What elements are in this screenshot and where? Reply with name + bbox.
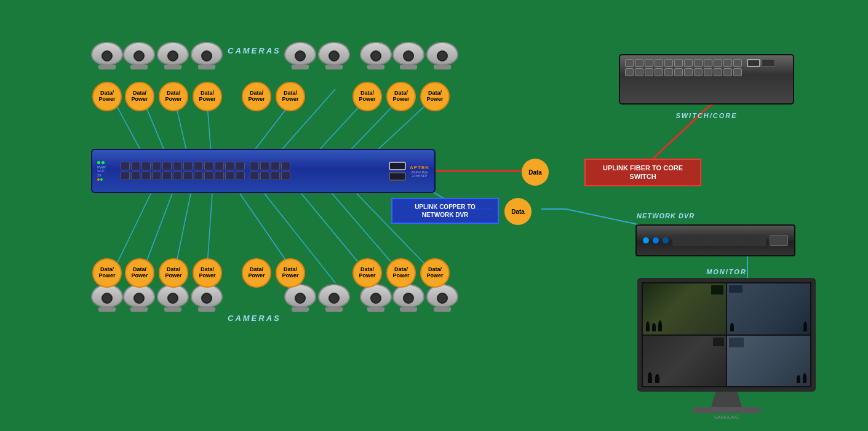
- camera-9: [426, 42, 458, 69]
- dp-badge-15: Data/Power: [276, 258, 305, 288]
- dp-badge-5: Data/Power: [242, 82, 271, 111]
- camera-17: [392, 284, 424, 312]
- data-badge-copper: Data: [504, 198, 532, 225]
- camera-14: [284, 284, 316, 312]
- dp-badge-7: Data/Power: [352, 82, 382, 111]
- camera-18: [426, 284, 458, 312]
- camera-12: [157, 284, 189, 312]
- uplink-fiber-text: UPLINK FIBER TO CORE SWITCH: [603, 164, 683, 180]
- camera-1: [91, 42, 123, 69]
- camera-5: [284, 42, 316, 69]
- uplink-copper-label: UPLINK COPPER TONETWORK DVR: [391, 198, 499, 224]
- camera-8: [392, 42, 424, 69]
- dp-badge-1: Data/Power: [92, 82, 122, 111]
- camera-11: [123, 284, 155, 312]
- monitor-container: MONITOR SAMSUNG: [637, 268, 816, 420]
- core-switch-label: SWITCH/CORE: [675, 112, 737, 119]
- camera-2: [123, 42, 155, 69]
- dp-badge-18: Data/Power: [420, 258, 450, 288]
- dp-badge-14: Data/Power: [242, 258, 271, 288]
- camera-10: [91, 284, 123, 312]
- poe-switch: PWRSFP29: [91, 149, 436, 193]
- camera-6: [318, 42, 350, 69]
- dp-badge-4: Data/Power: [193, 82, 222, 111]
- dvr-label: NETWORK DVR: [637, 212, 695, 219]
- uplink-fiber-label: UPLINK FIBER TO CORE SWITCH: [584, 159, 701, 186]
- monitor-screen: [637, 278, 816, 392]
- camera-15: [318, 284, 350, 312]
- monitor-label-text: MONITOR: [637, 268, 816, 275]
- dp-badge-9: Data/Power: [420, 82, 450, 111]
- bottom-cameras-label: CAMERAS: [228, 314, 281, 323]
- dp-badge-16: Data/Power: [352, 258, 382, 288]
- camera-4: [191, 42, 223, 69]
- dp-badge-2: Data/Power: [125, 82, 154, 111]
- dp-badge-3: Data/Power: [159, 82, 188, 111]
- camera-3: [157, 42, 189, 69]
- dp-badge-8: Data/Power: [386, 82, 416, 111]
- dp-badge-6: Data/Power: [276, 82, 305, 111]
- core-switch: SWITCH/CORE: [619, 54, 794, 105]
- dp-badge-13: Data/Power: [193, 258, 222, 288]
- camera-13: [191, 284, 223, 312]
- top-cameras-label: CAMERAS: [228, 46, 281, 55]
- dp-badge-17: Data/Power: [386, 258, 416, 288]
- dp-badge-10: Data/Power: [92, 258, 122, 288]
- camera-7: [360, 42, 392, 69]
- monitor-brand: SAMSUNG: [637, 414, 816, 420]
- network-dvr: NETWORK DVR: [635, 224, 795, 256]
- camera-16: [360, 284, 392, 312]
- dp-badge-11: Data/Power: [125, 258, 154, 288]
- data-badge-fiber: Data: [522, 159, 549, 186]
- dp-badge-12: Data/Power: [159, 258, 188, 288]
